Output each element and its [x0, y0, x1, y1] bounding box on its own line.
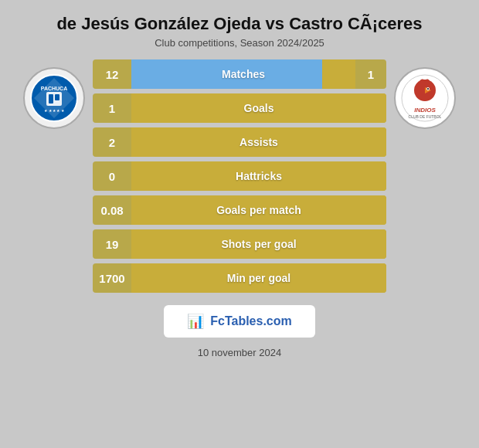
stat-bar-bg: Goals [131, 93, 386, 123]
stat-label: Min per goal [227, 272, 290, 284]
stat-label: Goals [244, 102, 274, 114]
stat-value-left: 1 [93, 102, 131, 115]
svg-point-10 [427, 88, 429, 90]
svg-rect-3 [49, 94, 53, 104]
logo-left: PACHUCA ★ ★ ★ ★ ★ [15, 59, 93, 129]
stat-bar-bg: Hattricks [131, 161, 386, 191]
stat-row: 0.08Goals per match [93, 195, 386, 225]
stat-value-right: 1 [355, 68, 386, 81]
stat-value-left: 19 [93, 238, 131, 251]
stats-section: 12Matches11Goals2Assists0Hattricks0.08Go… [93, 59, 386, 293]
svg-text:PACHUCA: PACHUCA [41, 86, 67, 91]
stat-value-left: 0.08 [93, 204, 131, 217]
stat-value-left: 12 [93, 68, 131, 81]
date-footer: 10 november 2024 [198, 347, 281, 358]
page-title: de Jesús González Ojeda vs Castro CÃ¡cer… [56, 14, 422, 34]
pachuca-logo: PACHUCA ★ ★ ★ ★ ★ [23, 67, 85, 129]
stat-bar-bg: Assists [131, 127, 386, 157]
svg-text:CLUB DE FUTBOL: CLUB DE FUTBOL [409, 114, 442, 119]
stat-bar-bg: Min per goal [131, 263, 386, 293]
stat-label: Hattricks [236, 170, 282, 182]
stat-row: 19Shots per goal [93, 229, 386, 259]
svg-text:★ ★ ★ ★ ★: ★ ★ ★ ★ ★ [44, 108, 65, 113]
stat-row: 12Matches1 [93, 59, 386, 89]
stat-label: Matches [222, 68, 265, 80]
middle-section: PACHUCA ★ ★ ★ ★ ★ 12Matches11Goals2Assis… [15, 59, 464, 293]
stat-row: 1700Min per goal [93, 263, 386, 293]
stat-row: 2Assists [93, 127, 386, 157]
svg-rect-4 [55, 94, 59, 100]
fctables-text: FcTables.com [210, 314, 292, 328]
stat-label: Goals per match [216, 204, 301, 216]
stat-label: Assists [240, 136, 278, 148]
stat-label: Shots per goal [221, 238, 296, 250]
stat-bar-bg: Shots per goal [131, 229, 386, 259]
stat-value-left: 1700 [93, 272, 131, 285]
logo-right: INDIOS CLUB DE FUTBOL [386, 59, 464, 129]
fctables-icon: 📊 [187, 313, 204, 330]
stat-bar-bg: Matches [131, 59, 355, 89]
svg-text:INDIOS: INDIOS [414, 107, 436, 114]
stat-value-left: 0 [93, 170, 131, 183]
indios-logo: INDIOS CLUB DE FUTBOL [394, 67, 456, 129]
page-subtitle: Club competitions, Season 2024/2025 [155, 37, 324, 49]
stat-bar-bg: Goals per match [131, 195, 386, 225]
fctables-badge: 📊 FcTables.com [164, 305, 315, 338]
stat-row: 1Goals [93, 93, 386, 123]
main-container: de Jesús González Ojeda vs Castro CÃ¡cer… [0, 0, 479, 448]
stat-row: 0Hattricks [93, 161, 386, 191]
stat-value-left: 2 [93, 136, 131, 149]
